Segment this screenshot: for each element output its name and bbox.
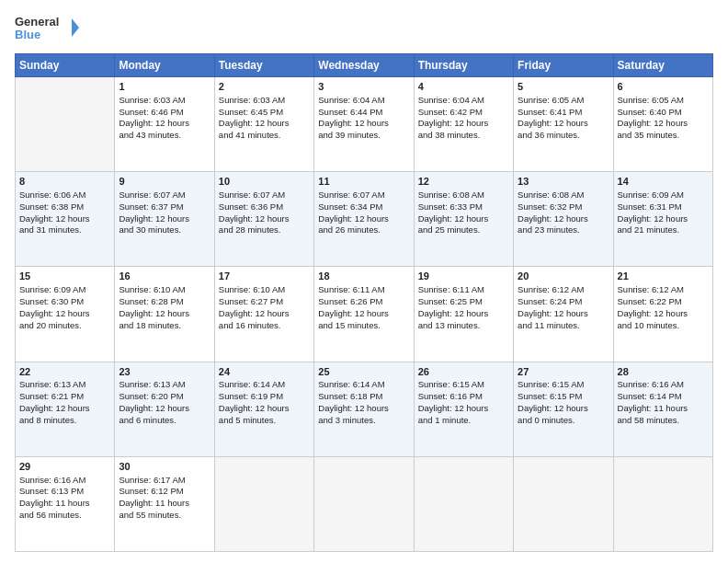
day-info-line: Sunrise: 6:03 AM bbox=[119, 95, 210, 107]
day-info-line: Sunset: 6:14 PM bbox=[618, 391, 709, 403]
day-info-line: Daylight: 11 hours bbox=[618, 403, 709, 415]
day-info-line: Sunrise: 6:05 AM bbox=[518, 95, 609, 107]
day-info-line: Daylight: 12 hours bbox=[219, 118, 310, 130]
day-info-line: Sunset: 6:33 PM bbox=[418, 201, 509, 213]
day-info-line: Daylight: 12 hours bbox=[19, 308, 110, 320]
calendar-cell: 4Sunrise: 6:04 AMSunset: 6:42 PMDaylight… bbox=[414, 77, 513, 172]
day-of-week-tuesday: Tuesday bbox=[214, 54, 313, 77]
header: General Blue bbox=[15, 11, 713, 44]
day-info-line: Sunset: 6:46 PM bbox=[119, 107, 210, 119]
day-info-line: and 16 minutes. bbox=[219, 320, 310, 332]
day-info-line: Sunset: 6:26 PM bbox=[318, 296, 409, 308]
day-number: 30 bbox=[119, 460, 210, 474]
day-info-line: and 6 minutes. bbox=[119, 415, 210, 427]
day-info-line: Sunset: 6:27 PM bbox=[219, 296, 310, 308]
day-number: 9 bbox=[119, 175, 210, 189]
day-info-line: Sunset: 6:18 PM bbox=[318, 391, 409, 403]
day-info-line: Daylight: 12 hours bbox=[518, 213, 609, 225]
day-info-line: Sunset: 6:37 PM bbox=[119, 201, 210, 213]
day-number: 26 bbox=[418, 365, 509, 379]
day-of-week-friday: Friday bbox=[514, 54, 613, 77]
day-info-line: Sunrise: 6:09 AM bbox=[19, 284, 110, 296]
calendar-cell: 26Sunrise: 6:15 AMSunset: 6:16 PMDayligh… bbox=[414, 362, 513, 456]
day-of-week-monday: Monday bbox=[115, 54, 214, 77]
svg-marker-2 bbox=[72, 18, 79, 37]
calendar-cell: 1Sunrise: 6:03 AMSunset: 6:46 PMDaylight… bbox=[115, 77, 214, 172]
day-info-line: and 0 minutes. bbox=[518, 415, 609, 427]
day-info-line: and 36 minutes. bbox=[518, 130, 609, 142]
day-info-line: Sunset: 6:45 PM bbox=[219, 107, 310, 119]
calendar-cell: 24Sunrise: 6:14 AMSunset: 6:19 PMDayligh… bbox=[214, 362, 313, 456]
day-number: 23 bbox=[119, 365, 210, 379]
day-number: 12 bbox=[418, 175, 509, 189]
day-info-line: and 43 minutes. bbox=[119, 130, 210, 142]
day-info-line: Sunrise: 6:17 AM bbox=[119, 475, 210, 487]
day-number: 8 bbox=[19, 175, 110, 189]
day-info-line: Sunset: 6:12 PM bbox=[119, 486, 210, 498]
day-info-line: Daylight: 12 hours bbox=[518, 118, 609, 130]
day-number: 27 bbox=[518, 365, 609, 379]
day-info-line: Sunset: 6:28 PM bbox=[119, 296, 210, 308]
day-info-line: Daylight: 12 hours bbox=[318, 308, 409, 320]
day-info-line: Daylight: 12 hours bbox=[418, 213, 509, 225]
day-number: 28 bbox=[618, 365, 709, 379]
day-info-line: Sunset: 6:34 PM bbox=[318, 201, 409, 213]
day-info-line: Sunset: 6:41 PM bbox=[518, 107, 609, 119]
calendar-table: SundayMondayTuesdayWednesdayThursdayFrid… bbox=[15, 53, 713, 552]
calendar-cell: 28Sunrise: 6:16 AMSunset: 6:14 PMDayligh… bbox=[613, 362, 712, 456]
day-number: 20 bbox=[518, 270, 609, 283]
day-info-line: Sunrise: 6:16 AM bbox=[618, 379, 709, 391]
day-info-line: Sunset: 6:19 PM bbox=[219, 391, 310, 403]
calendar-cell: 27Sunrise: 6:15 AMSunset: 6:15 PMDayligh… bbox=[514, 362, 613, 456]
day-of-week-sunday: Sunday bbox=[16, 54, 115, 77]
calendar-cell: 13Sunrise: 6:08 AMSunset: 6:32 PMDayligh… bbox=[514, 172, 613, 267]
day-number: 2 bbox=[219, 80, 310, 94]
day-of-week-thursday: Thursday bbox=[414, 54, 513, 77]
day-info-line: Sunrise: 6:12 AM bbox=[518, 284, 609, 296]
day-of-week-wednesday: Wednesday bbox=[314, 54, 414, 77]
calendar-cell: 25Sunrise: 6:14 AMSunset: 6:18 PMDayligh… bbox=[314, 362, 414, 456]
day-info-line: and 20 minutes. bbox=[19, 320, 110, 332]
day-info-line: Sunrise: 6:08 AM bbox=[418, 190, 509, 201]
day-info-line: Sunrise: 6:08 AM bbox=[518, 190, 609, 201]
day-info-line: Sunrise: 6:16 AM bbox=[19, 475, 110, 487]
day-number: 15 bbox=[19, 270, 110, 283]
day-info-line: and 28 minutes. bbox=[219, 224, 310, 236]
day-number: 6 bbox=[618, 80, 709, 94]
day-info-line: Sunrise: 6:13 AM bbox=[119, 379, 210, 391]
calendar-cell: 16Sunrise: 6:10 AMSunset: 6:28 PMDayligh… bbox=[115, 267, 214, 362]
calendar-cell: 6Sunrise: 6:05 AMSunset: 6:40 PMDaylight… bbox=[613, 77, 712, 172]
calendar-cell: 2Sunrise: 6:03 AMSunset: 6:45 PMDaylight… bbox=[214, 77, 313, 172]
day-info-line: Daylight: 12 hours bbox=[318, 403, 409, 415]
day-info-line: Sunrise: 6:05 AM bbox=[618, 95, 709, 107]
calendar-cell: 20Sunrise: 6:12 AMSunset: 6:24 PMDayligh… bbox=[514, 267, 613, 362]
calendar-cell: 3Sunrise: 6:04 AMSunset: 6:44 PMDaylight… bbox=[314, 77, 414, 172]
day-of-week-saturday: Saturday bbox=[613, 54, 712, 77]
day-info-line: Daylight: 12 hours bbox=[318, 213, 409, 225]
day-number: 14 bbox=[618, 175, 709, 189]
day-number: 5 bbox=[518, 80, 609, 94]
day-info-line: Sunset: 6:44 PM bbox=[318, 107, 409, 119]
calendar-cell: 30Sunrise: 6:17 AMSunset: 6:12 PMDayligh… bbox=[115, 456, 214, 551]
day-number: 16 bbox=[119, 270, 210, 283]
calendar-week-2: 8Sunrise: 6:06 AMSunset: 6:38 PMDaylight… bbox=[16, 172, 713, 267]
day-info-line: Sunrise: 6:10 AM bbox=[119, 284, 210, 296]
calendar-cell: 5Sunrise: 6:05 AMSunset: 6:41 PMDaylight… bbox=[514, 77, 613, 172]
day-info-line: and 30 minutes. bbox=[119, 224, 210, 236]
calendar-cell: 29Sunrise: 6:16 AMSunset: 6:13 PMDayligh… bbox=[16, 456, 115, 551]
day-number: 4 bbox=[418, 80, 509, 94]
logo: General Blue bbox=[15, 11, 79, 44]
day-info-line: Sunrise: 6:04 AM bbox=[318, 95, 409, 107]
calendar-week-3: 15Sunrise: 6:09 AMSunset: 6:30 PMDayligh… bbox=[16, 267, 713, 362]
day-info-line: Sunset: 6:22 PM bbox=[618, 296, 709, 308]
calendar-cell: 10Sunrise: 6:07 AMSunset: 6:36 PMDayligh… bbox=[214, 172, 313, 267]
day-info-line: and 55 minutes. bbox=[119, 510, 210, 522]
day-info-line: Daylight: 12 hours bbox=[119, 403, 210, 415]
svg-text:Blue: Blue bbox=[15, 28, 40, 41]
day-info-line: Sunrise: 6:07 AM bbox=[219, 190, 310, 201]
day-info-line: Sunrise: 6:03 AM bbox=[219, 95, 310, 107]
day-info-line: Sunrise: 6:11 AM bbox=[318, 284, 409, 296]
day-info-line: and 10 minutes. bbox=[618, 320, 709, 332]
day-info-line: Sunset: 6:40 PM bbox=[618, 107, 709, 119]
days-of-week-row: SundayMondayTuesdayWednesdayThursdayFrid… bbox=[16, 54, 713, 77]
